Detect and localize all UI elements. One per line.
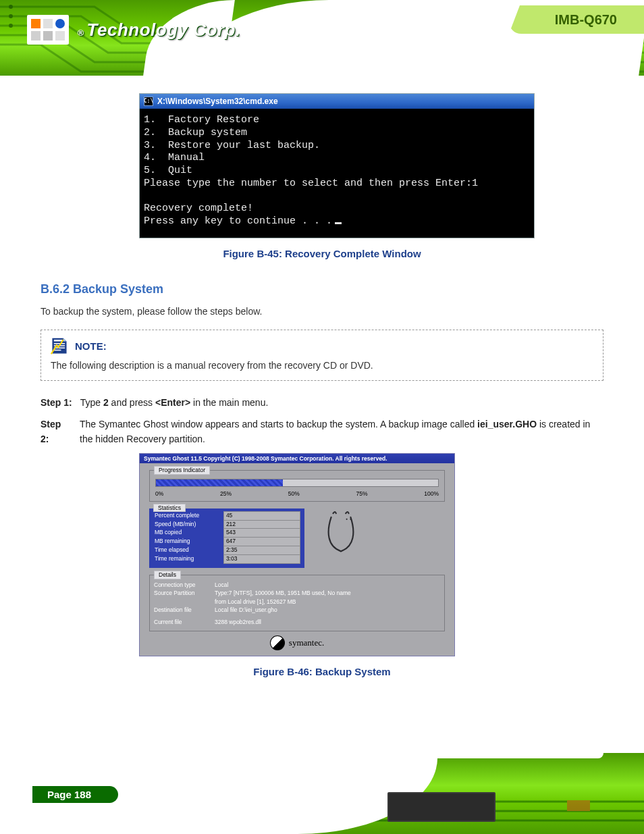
- symantec-mark-icon: [267, 632, 288, 653]
- step-2-text: The Symantec Ghost window appears and st…: [80, 417, 603, 446]
- step-1: Step 1: Type 2 and press <Enter> in the …: [41, 396, 603, 411]
- note-box: NOTE: The following description is a man…: [41, 330, 603, 381]
- statistics-legend: Statistics: [153, 504, 186, 513]
- step-1-number: Step 1:: [41, 396, 72, 411]
- details-fieldset: Details Connection typeLocal Source Part…: [149, 575, 445, 631]
- svg-point-1: [9, 14, 13, 18]
- chip-icon: [387, 792, 495, 822]
- progress-fieldset: Progress Indicator 0% 25% 50% 75% 100%: [149, 470, 445, 502]
- cmd-titlebar: C:\ X:\Windows\System32\cmd.exe: [140, 94, 534, 109]
- cmd-title-text: X:\Windows\System32\cmd.exe: [157, 97, 278, 105]
- symantec-text: symantec.: [289, 638, 324, 647]
- progress-ticks: 0% 25% 50% 75% 100%: [155, 491, 439, 497]
- step-1-text: Type 2 and press <Enter> in the main men…: [80, 396, 269, 411]
- ghost-titlebar: Symantec Ghost 11.5 Copyright (C) 1998-2…: [140, 454, 454, 463]
- intro-paragraph: To backup the system, please follow the …: [41, 305, 603, 319]
- section-heading: B.6.2 Backup System: [41, 282, 603, 296]
- product-name-tag: IMB-Q670: [509, 5, 644, 34]
- figure-45-caption: Figure B-45: Recovery Complete Window: [41, 248, 603, 259]
- step-2-number: Step 2:: [41, 417, 72, 446]
- progress-legend: Progress Indicator: [154, 466, 210, 475]
- svg-point-2: [9, 24, 13, 28]
- note-icon: [51, 337, 68, 355]
- note-label: NOTE:: [75, 340, 107, 352]
- symantec-logo: symantec.: [149, 635, 445, 650]
- cursor-icon: [335, 222, 342, 224]
- logo-text: Technology Corp.: [87, 20, 241, 40]
- svg-point-3: [346, 518, 348, 519]
- progress-bar-fill: [156, 479, 283, 486]
- svg-point-0: [9, 5, 13, 9]
- figure-46-caption: Figure B-46: Backup System: [41, 666, 603, 677]
- svg-point-4: [350, 518, 351, 519]
- note-body: The following description is a manual re…: [51, 359, 593, 373]
- cmd-icon: C:\: [144, 97, 153, 106]
- ghost-mascot-icon: [317, 509, 365, 560]
- svg-rect-5: [567, 800, 590, 811]
- statistics-panel: Statistics Percent complete45 Speed (MB/…: [149, 509, 304, 568]
- page-number: Page 188: [32, 786, 118, 803]
- cmd-window: C:\ X:\Windows\System32\cmd.exe 1. Facto…: [139, 93, 535, 238]
- statistics-table: Percent complete45 Speed (MB/min)212 MB …: [153, 511, 300, 564]
- progress-bar: [155, 479, 439, 487]
- pin-notch: [414, 748, 603, 758]
- step-2: Step 2: The Symantec Ghost window appear…: [41, 417, 603, 446]
- details-legend: Details: [154, 571, 181, 579]
- iei-logo-icon: [27, 15, 69, 45]
- brand-logo: ®Technology Corp.: [27, 15, 241, 45]
- cmd-output: 1. Factory Restore 2. Backup system 3. R…: [140, 109, 534, 238]
- ghost-window: Symantec Ghost 11.5 Copyright (C) 1998-2…: [139, 453, 455, 656]
